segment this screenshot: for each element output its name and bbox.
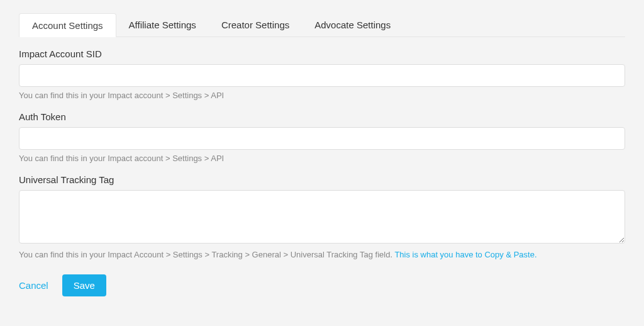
help-tracking-tag: You can find this in your Impact Account… [19,250,625,259]
save-button[interactable]: Save [62,274,106,296]
label-sid: Impact Account SID [19,48,625,59]
input-auth-token[interactable] [19,127,625,150]
label-auth-token: Auth Token [19,111,625,122]
tab-account-settings[interactable]: Account Settings [19,13,116,37]
field-group-auth-token: Auth Token You can find this in your Imp… [19,111,625,163]
tab-advocate-settings[interactable]: Advocate Settings [302,13,403,37]
tabs-nav: Account Settings Affiliate Settings Crea… [19,13,625,37]
help-auth-token: You can find this in your Impact account… [19,154,625,163]
field-group-sid: Impact Account SID You can find this in … [19,48,625,100]
help-tracking-tag-link[interactable]: This is what you have to Copy & Paste. [394,250,536,259]
cancel-button[interactable]: Cancel [19,280,48,291]
tab-creator-settings[interactable]: Creator Settings [209,13,302,37]
input-sid[interactable] [19,64,625,87]
help-tracking-tag-text: You can find this in your Impact Account… [19,250,394,259]
help-sid: You can find this in your Impact account… [19,91,625,100]
form-actions: Cancel Save [19,274,625,296]
label-tracking-tag: Universal Tracking Tag [19,174,625,185]
textarea-tracking-tag[interactable] [19,190,625,244]
field-group-tracking-tag: Universal Tracking Tag You can find this… [19,174,625,259]
tab-affiliate-settings[interactable]: Affiliate Settings [116,13,209,37]
